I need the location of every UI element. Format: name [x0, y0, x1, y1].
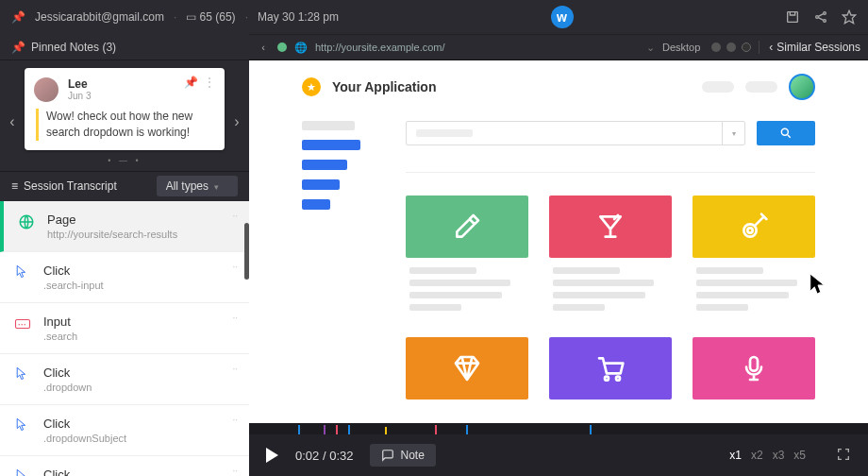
- timeline[interactable]: [249, 423, 868, 434]
- eyedropper-icon: [406, 196, 528, 258]
- pinned-notes-header: 📌 Pinned Notes (3): [0, 34, 249, 60]
- svg-point-3: [824, 20, 826, 23]
- note-date: Jun 3: [68, 91, 213, 101]
- cocktail-icon: [549, 196, 672, 258]
- tile-diamond[interactable]: [406, 337, 528, 400]
- event-target: .dropdownSubject: [43, 433, 126, 444]
- event-click[interactable]: Click.search··: [0, 456, 249, 476]
- fullscreen-icon[interactable]: [836, 447, 851, 465]
- speed-x3[interactable]: x3: [773, 449, 785, 462]
- svg-point-9: [747, 228, 752, 232]
- star-icon[interactable]: [842, 9, 857, 25]
- globe-icon: 🌐: [294, 42, 308, 54]
- player-bar: 0:02 / 0:32 Note x1x2x3x5: [249, 434, 868, 476]
- card-text-placeholder: [549, 267, 672, 311]
- speed-x1[interactable]: x1: [729, 449, 742, 462]
- event-title: Click: [43, 264, 104, 278]
- app-search-button[interactable]: [757, 121, 815, 145]
- playback-time: 0:02 / 0:32: [295, 449, 353, 463]
- click-icon: [13, 468, 32, 476]
- svg-rect-12: [750, 357, 758, 371]
- add-note-button[interactable]: Note: [370, 444, 435, 467]
- event-target: .dropdown: [43, 382, 92, 393]
- guitar-icon: [693, 196, 815, 258]
- event-target: .search: [43, 331, 77, 342]
- tile-cart[interactable]: [549, 337, 672, 400]
- url-text: http://yoursite.example.com/: [315, 42, 639, 53]
- svg-point-11: [616, 377, 620, 381]
- more-icon[interactable]: ⋮: [204, 76, 215, 89]
- event-filter-select[interactable]: All types: [157, 176, 238, 196]
- event-title: Click: [43, 468, 77, 476]
- event-marker: ··: [232, 262, 238, 272]
- event-target: .search-input: [43, 280, 104, 291]
- diamond-icon: [406, 337, 528, 400]
- event-click[interactable]: Click.search-input··: [0, 252, 249, 303]
- tile-eyedropper[interactable]: [406, 196, 528, 316]
- card-grid: [406, 196, 815, 400]
- share-icon[interactable]: [813, 9, 828, 25]
- event-marker: ··: [232, 466, 238, 476]
- tile-cocktail[interactable]: [549, 196, 672, 316]
- svg-point-1: [816, 16, 819, 19]
- chevron-down-icon[interactable]: ▾: [722, 122, 744, 144]
- app-avatar[interactable]: [789, 74, 815, 100]
- tile-guitar[interactable]: [693, 196, 815, 316]
- svg-point-7: [781, 128, 788, 135]
- prev-note-button[interactable]: ‹: [2, 110, 23, 134]
- event-title: Click: [43, 416, 126, 431]
- sidebar: ‹ › 📌 Pinned Notes (3) Lee Jun 3 📌 ⋮ Wow…: [0, 34, 249, 476]
- card-text-placeholder: [693, 267, 815, 311]
- click-icon: [13, 366, 32, 384]
- pin-icon: 📌: [11, 41, 25, 54]
- event-click[interactable]: Click.dropdownSubject··: [0, 405, 249, 456]
- device-icons: [711, 42, 751, 52]
- input-icon: [13, 314, 32, 333]
- page-icon: [17, 212, 36, 231]
- app-title: Your Application: [332, 79, 436, 94]
- svg-point-10: [605, 377, 609, 381]
- svg-point-2: [824, 12, 826, 15]
- back-icon[interactable]: ‹: [257, 42, 270, 53]
- event-list[interactable]: Pagehttp://yoursite/search-results··Clic…: [0, 201, 249, 476]
- app-badge-icon: ★: [302, 77, 321, 96]
- event-input[interactable]: Input.search··: [0, 303, 249, 354]
- event-title: Click: [43, 366, 92, 380]
- event-marker: ··: [232, 364, 238, 374]
- save-icon[interactable]: [785, 9, 800, 25]
- svg-rect-0: [788, 12, 798, 23]
- tile-mic[interactable]: [693, 337, 815, 400]
- event-marker: ··: [232, 313, 238, 323]
- session-viewport: ★ Your Application ▾: [249, 60, 868, 423]
- similar-sessions-button[interactable]: ‹ Similar Sessions: [759, 41, 860, 54]
- event-marker: ··: [232, 415, 238, 425]
- pin-icon: 📌: [11, 10, 25, 24]
- event-target: http://yoursite/search-results: [47, 229, 177, 240]
- pin-icon[interactable]: 📌: [184, 76, 198, 89]
- speed-x5[interactable]: x5: [793, 449, 806, 462]
- brand-logo[interactable]: w: [551, 6, 574, 28]
- device-label: Desktop: [662, 42, 700, 53]
- carousel-dots[interactable]: • — •: [0, 156, 249, 165]
- transcript-header: Session Transcript: [24, 179, 117, 193]
- event-page[interactable]: Pagehttp://yoursite/search-results··: [0, 201, 249, 252]
- url-bar: ‹ 🌐 http://yoursite.example.com/ ⌄ Deskt…: [249, 34, 868, 60]
- click-icon: [13, 264, 32, 282]
- pinned-note-card[interactable]: Lee Jun 3 📌 ⋮ Wow! check out how the new…: [25, 68, 225, 150]
- click-icon: [13, 416, 32, 435]
- topbar: 📌 Jessicarabbit@gmail.com · ▭ 65 (65) · …: [0, 0, 868, 34]
- app-search-input[interactable]: ▾: [406, 121, 745, 145]
- svg-rect-6: [16, 319, 30, 328]
- play-button[interactable]: [266, 448, 278, 463]
- main-area: ‹ 🌐 http://yoursite.example.com/ ⌄ Deskt…: [249, 34, 868, 476]
- chevron-down-icon[interactable]: ⌄: [646, 42, 655, 54]
- event-click[interactable]: Click.dropdown··: [0, 354, 249, 405]
- cart-icon: [549, 337, 672, 400]
- speed-x2[interactable]: x2: [751, 449, 763, 462]
- event-title: Page: [47, 212, 177, 227]
- list-icon: ≡: [11, 179, 18, 193]
- speed-controls[interactable]: x1x2x3x5: [729, 449, 806, 462]
- mic-icon: [693, 337, 815, 400]
- next-note-button[interactable]: ›: [226, 110, 247, 134]
- svg-marker-4: [843, 10, 855, 23]
